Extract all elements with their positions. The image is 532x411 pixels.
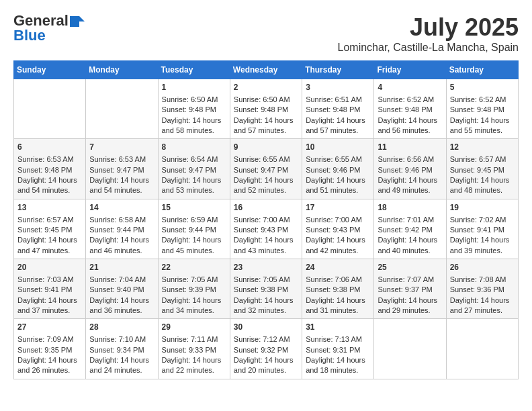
daylight-text: Daylight: 14 hours and 24 minutes. — [89, 355, 154, 376]
calendar-week-row: 13Sunrise: 6:57 AMSunset: 9:45 PMDayligh… — [14, 199, 519, 259]
sunset-text: Sunset: 9:47 PM — [162, 165, 226, 175]
day-number: 8 — [162, 142, 226, 153]
calendar-cell: 10Sunrise: 6:55 AMSunset: 9:46 PMDayligh… — [302, 139, 374, 199]
day-number: 21 — [89, 262, 154, 273]
sunset-text: Sunset: 9:43 PM — [234, 225, 298, 235]
sunset-text: Sunset: 9:48 PM — [450, 105, 515, 115]
calendar-cell: 13Sunrise: 6:57 AMSunset: 9:45 PMDayligh… — [14, 199, 86, 259]
day-number: 25 — [378, 262, 442, 273]
calendar-cell — [446, 319, 518, 379]
calendar-cell: 29Sunrise: 7:11 AMSunset: 9:33 PMDayligh… — [158, 319, 230, 379]
day-number: 2 — [234, 82, 298, 93]
calendar-cell — [374, 319, 446, 379]
sunset-text: Sunset: 9:48 PM — [234, 105, 298, 115]
sunset-text: Sunset: 9:48 PM — [306, 105, 370, 115]
weekday-header: Tuesday — [158, 61, 230, 79]
calendar-cell: 4Sunrise: 6:52 AMSunset: 9:48 PMDaylight… — [374, 79, 446, 139]
daylight-text: Daylight: 14 hours and 47 minutes. — [17, 235, 82, 256]
sunset-text: Sunset: 9:43 PM — [306, 225, 370, 235]
calendar-cell: 6Sunrise: 6:53 AMSunset: 9:48 PMDaylight… — [14, 139, 86, 199]
daylight-text: Daylight: 14 hours and 54 minutes. — [89, 175, 154, 196]
daylight-text: Daylight: 14 hours and 45 minutes. — [162, 235, 226, 256]
calendar-cell: 17Sunrise: 7:00 AMSunset: 9:43 PMDayligh… — [302, 199, 374, 259]
sunset-text: Sunset: 9:31 PM — [306, 345, 370, 355]
sunrise-text: Sunrise: 7:09 AM — [17, 334, 82, 345]
logo: General Blue — [13, 13, 85, 43]
day-number: 31 — [306, 322, 370, 333]
calendar-cell: 21Sunrise: 7:04 AMSunset: 9:40 PMDayligh… — [86, 259, 158, 319]
calendar-cell: 18Sunrise: 7:01 AMSunset: 9:42 PMDayligh… — [374, 199, 446, 259]
sunrise-text: Sunrise: 6:53 AM — [17, 154, 82, 165]
sunrise-text: Sunrise: 6:51 AM — [306, 95, 370, 105]
daylight-text: Daylight: 14 hours and 54 minutes. — [17, 175, 82, 196]
sunset-text: Sunset: 9:38 PM — [306, 285, 370, 295]
daylight-text: Daylight: 14 hours and 51 minutes. — [306, 175, 370, 196]
calendar-cell: 22Sunrise: 7:05 AMSunset: 9:39 PMDayligh… — [158, 259, 230, 319]
day-number: 27 — [17, 322, 82, 333]
sunset-text: Sunset: 9:35 PM — [17, 345, 82, 355]
sunset-text: Sunset: 9:37 PM — [378, 285, 442, 295]
weekday-header: Friday — [374, 61, 446, 79]
calendar-cell: 15Sunrise: 6:59 AMSunset: 9:44 PMDayligh… — [158, 199, 230, 259]
sunset-text: Sunset: 9:48 PM — [17, 165, 82, 175]
sunrise-text: Sunrise: 6:58 AM — [89, 215, 154, 225]
day-number: 10 — [306, 142, 370, 153]
weekday-header: Wednesday — [230, 61, 302, 79]
daylight-text: Daylight: 14 hours and 57 minutes. — [234, 116, 298, 136]
calendar-table: SundayMondayTuesdayWednesdayThursdayFrid… — [13, 60, 519, 379]
sunrise-text: Sunrise: 6:52 AM — [450, 95, 515, 105]
day-number: 4 — [378, 82, 442, 93]
daylight-text: Daylight: 14 hours and 32 minutes. — [234, 295, 298, 316]
sunset-text: Sunset: 9:44 PM — [89, 225, 154, 235]
day-number: 24 — [306, 262, 370, 273]
calendar-cell — [86, 79, 158, 139]
sunrise-text: Sunrise: 7:08 AM — [450, 275, 515, 285]
sunset-text: Sunset: 9:34 PM — [89, 345, 154, 355]
day-number: 7 — [89, 142, 154, 153]
sunrise-text: Sunrise: 6:55 AM — [234, 154, 298, 165]
daylight-text: Daylight: 14 hours and 39 minutes. — [450, 235, 515, 256]
calendar-cell: 19Sunrise: 7:02 AMSunset: 9:41 PMDayligh… — [446, 199, 518, 259]
title-block: July 2025 Lominchar, Castille-La Mancha,… — [338, 13, 519, 54]
calendar-cell: 14Sunrise: 6:58 AMSunset: 9:44 PMDayligh… — [86, 199, 158, 259]
sunset-text: Sunset: 9:48 PM — [162, 105, 226, 115]
calendar-cell: 5Sunrise: 6:52 AMSunset: 9:48 PMDaylight… — [446, 79, 518, 139]
sunset-text: Sunset: 9:40 PM — [89, 285, 154, 295]
sunset-text: Sunset: 9:46 PM — [306, 165, 370, 175]
daylight-text: Daylight: 14 hours and 48 minutes. — [450, 175, 515, 196]
sunrise-text: Sunrise: 6:59 AM — [162, 215, 226, 225]
sunrise-text: Sunrise: 7:00 AM — [306, 215, 370, 225]
daylight-text: Daylight: 14 hours and 43 minutes. — [234, 235, 298, 256]
daylight-text: Daylight: 14 hours and 37 minutes. — [17, 295, 82, 316]
sunset-text: Sunset: 9:39 PM — [162, 285, 226, 295]
day-number: 5 — [450, 82, 515, 93]
calendar-cell: 28Sunrise: 7:10 AMSunset: 9:34 PMDayligh… — [86, 319, 158, 379]
sunset-text: Sunset: 9:44 PM — [162, 225, 226, 235]
day-number: 1 — [162, 82, 226, 93]
sunrise-text: Sunrise: 6:55 AM — [306, 154, 370, 165]
day-number: 28 — [89, 322, 154, 333]
sunrise-text: Sunrise: 7:01 AM — [378, 215, 442, 225]
svg-marker-0 — [70, 16, 85, 27]
weekday-header-row: SundayMondayTuesdayWednesdayThursdayFrid… — [14, 61, 519, 79]
day-number: 22 — [162, 262, 226, 273]
calendar-week-row: 27Sunrise: 7:09 AMSunset: 9:35 PMDayligh… — [14, 319, 519, 379]
day-number: 23 — [234, 262, 298, 273]
calendar-week-row: 6Sunrise: 6:53 AMSunset: 9:48 PMDaylight… — [14, 139, 519, 199]
day-number: 30 — [234, 322, 298, 333]
location: Lominchar, Castille-La Mancha, Spain — [338, 42, 519, 54]
logo-flag-icon — [70, 16, 85, 27]
daylight-text: Daylight: 14 hours and 57 minutes. — [306, 116, 370, 136]
daylight-text: Daylight: 14 hours and 18 minutes. — [306, 355, 370, 376]
day-number: 12 — [450, 142, 515, 153]
page-header: General Blue July 2025 Lominchar, Castil… — [13, 13, 519, 54]
calendar-week-row: 1Sunrise: 6:50 AMSunset: 9:48 PMDaylight… — [14, 79, 519, 139]
month-title: July 2025 — [338, 13, 519, 42]
weekday-header: Thursday — [302, 61, 374, 79]
calendar-cell: 16Sunrise: 7:00 AMSunset: 9:43 PMDayligh… — [230, 199, 302, 259]
calendar-cell: 1Sunrise: 6:50 AMSunset: 9:48 PMDaylight… — [158, 79, 230, 139]
daylight-text: Daylight: 14 hours and 27 minutes. — [450, 295, 515, 316]
calendar-cell: 25Sunrise: 7:07 AMSunset: 9:37 PMDayligh… — [374, 259, 446, 319]
calendar-cell: 26Sunrise: 7:08 AMSunset: 9:36 PMDayligh… — [446, 259, 518, 319]
weekday-header: Monday — [86, 61, 158, 79]
